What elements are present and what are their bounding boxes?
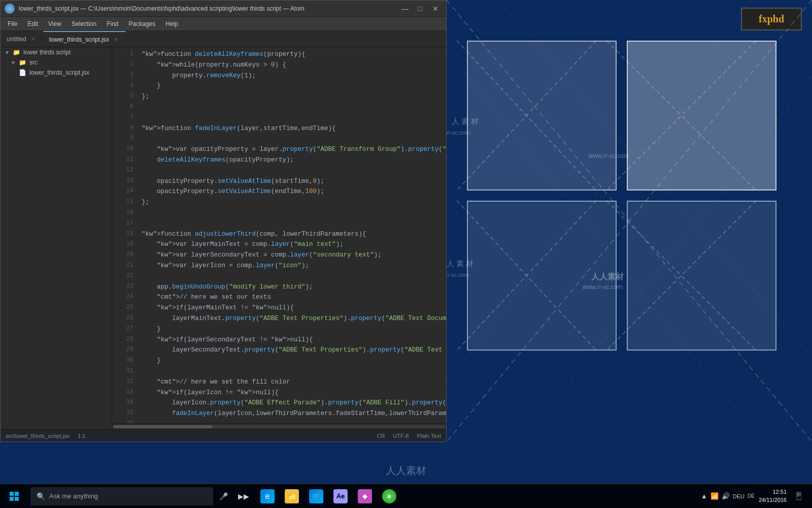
code-content: 1234567891011121314151617181920212223242… [112,47,446,423]
status-position: 1:1 [78,433,85,439]
tab-lower-thirds-label: lower_thirds_script.jsx [49,36,109,43]
window-controls: ― □ ✕ [398,4,442,14]
menu-selection[interactable]: Selection [66,18,101,29]
tab-bar: untitled ✕ lower_thirds_script.jsx ✕ [1,31,446,47]
file-icon: 📄 [19,69,26,76]
tree-src-folder[interactable]: ▼ 📁 src [1,57,112,68]
clock-time: 12:51 [759,488,787,496]
code-lines: "kw">function deleteAllKeyframes(propert… [138,47,446,423]
taskbar-app-explorer[interactable]: 📁 [280,484,303,509]
watermark-2: rr-sc.com [447,130,470,136]
task-view-button[interactable]: ▶▶ [233,484,254,509]
status-syntax[interactable]: Plain Text [417,433,442,439]
root-arrow: ▼ [5,50,10,55]
menu-file[interactable]: File [3,18,22,29]
explorer-icon: 📁 [285,489,299,503]
cortana-mic[interactable]: 🎤 [213,484,233,509]
menu-bar: File Edit View Selection Find Packages H… [1,17,446,31]
tray-keyboard[interactable]: DE [748,493,755,499]
notification-icon: 📱 [794,491,804,501]
watermark-6: 人 素 材 [447,259,473,269]
clock-date: 24/11/2016 [759,496,787,504]
tab-untitled-label: untitled [7,36,26,43]
watermark-7: rr-sc.com [446,272,469,278]
fxphd-logo: fxphd [741,8,802,30]
tree-file-jsx[interactable]: 📄 lower_thirds_script.jsx [1,68,112,78]
start-button[interactable] [0,484,28,509]
scroll-track [113,425,445,428]
edge-icon: e [260,489,275,503]
tab-lower-thirds[interactable]: lower_thirds_script.jsx ✕ [43,31,126,47]
tree-src-label: src [29,59,38,66]
bottom-watermark: 人人素材 [386,464,426,478]
tree-root-label: lower thirds script [23,49,71,56]
file-tree-sidebar: ▼ 📁 lower thirds script ▼ 📁 src 📄 lower_… [1,47,112,429]
mic-icon: 🎤 [219,492,228,500]
watermark-3: www.rr-sc.com [589,152,629,160]
root-folder-icon: 📁 [13,49,20,56]
win-pane-tl [467,41,617,190]
svg-rect-14 [10,492,14,496]
window-title: lower_thirds_script.jsx — C:\Users\mmoh\… [19,5,398,12]
tree-file-label: lower_thirds_script.jsx [29,69,89,76]
tray-volume[interactable]: 🔊 [722,492,730,500]
windows-icon [10,492,19,501]
status-line-ending[interactable]: CR [377,433,385,439]
atom-icon [5,4,15,14]
scroll-thumb[interactable] [113,425,213,428]
taskbar-apps: e 📁 🛒 Ae ◆ ● [256,484,401,509]
taskbar-app-store[interactable]: 🛒 [304,484,328,509]
task-view-icon: ▶▶ [238,492,249,500]
taskbar-tray: ▲ 📶 🔊 DEU DE 12:51 24/11/2016 📱 [701,484,812,509]
store-icon: 🛒 [309,489,323,503]
taskbar-app-green[interactable]: ● [378,484,401,509]
atom-editor-window: lower_thirds_script.jsx — C:\Users\mmoh\… [0,0,447,442]
win-pane-br [627,201,776,351]
close-button[interactable]: ✕ [429,4,442,14]
tab-untitled[interactable]: untitled ✕ [1,31,43,47]
src-folder-icon: 📁 [19,59,26,66]
title-bar: lower_thirds_script.jsx — C:\Users\mmoh\… [1,1,446,17]
horizontal-scrollbar[interactable] [112,423,446,429]
maximize-button[interactable]: □ [414,4,427,14]
tree-root[interactable]: ▼ 📁 lower thirds script [1,47,112,57]
search-icon: 🔍 [37,492,45,500]
tray-chevron[interactable]: ▲ [701,492,707,500]
status-filepath: src\lower_thirds_script.jsx [6,433,70,439]
green-app-icon: ● [382,489,396,503]
win-pane-tr [627,41,776,190]
purple-app-icon: ◆ [358,489,372,503]
search-placeholder: Ask me anything [49,492,98,500]
menu-help[interactable]: Help [160,18,183,29]
tray-network[interactable]: 📶 [710,492,719,500]
taskbar-app-edge[interactable]: e [256,484,279,509]
menu-view[interactable]: View [43,18,66,29]
ae-icon: Ae [333,489,348,503]
taskbar-app-ae[interactable]: Ae [329,484,352,509]
minimize-button[interactable]: ― [398,4,412,14]
svg-rect-16 [10,497,14,501]
main-content: ▼ 📁 lower thirds script ▼ 📁 src 📄 lower_… [1,47,446,429]
notification-center[interactable]: 📱 [791,484,807,509]
tray-icons: ▲ 📶 🔊 DEU DE [701,492,755,500]
code-editor[interactable]: 1234567891011121314151617181920212223242… [112,47,446,429]
menu-edit[interactable]: Edit [22,18,43,29]
clock[interactable]: 12:51 24/11/2016 [759,488,787,504]
watermark-1: 人 素 材 [452,117,479,126]
svg-rect-17 [15,497,19,501]
src-arrow: ▼ [11,60,16,66]
menu-packages[interactable]: Packages [124,18,161,29]
taskbar-search[interactable]: 🔍 Ask me anything [30,487,213,505]
taskbar: 🔍 Ask me anything 🎤 ▶▶ e 📁 🛒 Ae ◆ ● ▲ [0,484,812,508]
status-encoding[interactable]: UTF-8 [393,433,409,439]
menu-find[interactable]: Find [101,18,123,29]
tray-battery[interactable]: DEU [733,493,745,499]
tab-untitled-close[interactable]: ✕ [29,36,37,43]
tab-lower-thirds-close[interactable]: ✕ [112,36,119,43]
watermark-4: 人人素材 [591,272,624,282]
line-numbers: 1234567891011121314151617181920212223242… [112,47,138,423]
watermark-5: www.rr-sc.com [583,283,623,291]
svg-rect-15 [15,492,19,496]
status-bar: src\lower_thirds_script.jsx 1:1 CR UTF-8… [1,429,446,441]
taskbar-app-purple[interactable]: ◆ [353,484,377,509]
